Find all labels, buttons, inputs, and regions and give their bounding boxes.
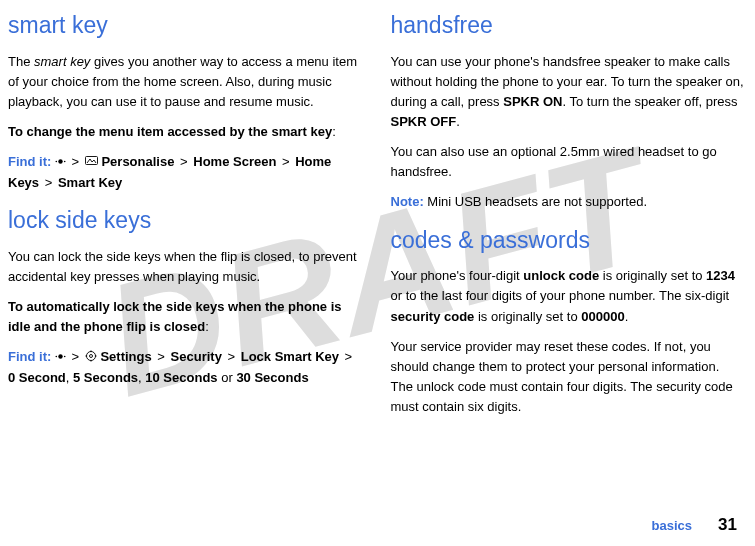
chevron: > bbox=[343, 349, 355, 364]
handsfree-headset: You can also use an optional 2.5mm wired… bbox=[391, 142, 746, 182]
menu-personalise: Personalise bbox=[101, 154, 174, 169]
right-column: handsfree You can use your phone's hands… bbox=[391, 6, 746, 427]
smart-key-intro: The smart key gives you another way to a… bbox=[8, 52, 363, 112]
menu-security: Security bbox=[171, 349, 222, 364]
security-code-default: 000000 bbox=[581, 309, 624, 324]
lock-side-keys-findit: Find it: > Settings > Security > Lock Sm… bbox=[8, 347, 363, 388]
key-spkr-on: SPKR ON bbox=[503, 94, 562, 109]
settings-gear-icon bbox=[85, 348, 97, 368]
page-number: 31 bbox=[718, 515, 737, 534]
svg-point-5 bbox=[55, 355, 57, 357]
unlock-code-label: unlock code bbox=[523, 268, 599, 283]
key-spkr-off: SPKR OFF bbox=[391, 114, 457, 129]
chevron: > bbox=[70, 349, 82, 364]
heading-smart-key: smart key bbox=[8, 8, 363, 44]
chevron: > bbox=[155, 349, 167, 364]
menu-smart-key: Smart Key bbox=[58, 175, 122, 190]
chevron: > bbox=[43, 175, 55, 190]
opt-10-seconds: 10 Seconds bbox=[145, 370, 217, 385]
codes-provider: Your service provider may reset these co… bbox=[391, 337, 746, 418]
text-bold: To automatically lock the side keys when… bbox=[8, 299, 342, 334]
heading-lock-side-keys: lock side keys bbox=[8, 203, 363, 239]
opt-0-second: 0 Second bbox=[8, 370, 66, 385]
chevron: > bbox=[226, 349, 238, 364]
or-text: or bbox=[221, 370, 233, 385]
menu-settings: Settings bbox=[100, 349, 151, 364]
page-footer: basics31 bbox=[652, 512, 737, 538]
svg-point-1 bbox=[55, 160, 57, 162]
handsfree-intro: You can use your phone's handsfree speak… bbox=[391, 52, 746, 133]
svg-point-8 bbox=[89, 354, 92, 357]
text: is originally set to bbox=[599, 268, 706, 283]
unlock-code-default: 1234 bbox=[706, 268, 735, 283]
text-bold: To change the menu item accessed by the … bbox=[8, 124, 332, 139]
left-column: smart key The smart key gives you anothe… bbox=[8, 6, 363, 427]
chevron: > bbox=[280, 154, 292, 169]
heading-codes-passwords: codes & passwords bbox=[391, 223, 746, 259]
nav-key-icon bbox=[55, 348, 66, 368]
svg-point-6 bbox=[64, 355, 66, 357]
handsfree-note: Note: Mini USB headsets are not supporte… bbox=[391, 192, 746, 212]
chevron: > bbox=[178, 154, 190, 169]
note-label: Note: bbox=[391, 194, 424, 209]
chevron: > bbox=[70, 154, 82, 169]
opt-5-seconds: 5 Seconds bbox=[73, 370, 138, 385]
codes-intro: Your phone's four-digit unlock code is o… bbox=[391, 266, 746, 326]
menu-lock-smart-key: Lock Smart Key bbox=[241, 349, 339, 364]
lock-side-keys-intro: You can lock the side keys when the flip… bbox=[8, 247, 363, 287]
text: . To turn the speaker off, press bbox=[562, 94, 737, 109]
text: Your phone's four-digit bbox=[391, 268, 524, 283]
menu-home-screen: Home Screen bbox=[193, 154, 276, 169]
find-it-label: Find it: bbox=[8, 349, 51, 364]
nav-key-icon bbox=[55, 153, 66, 173]
smart-key-change: To change the menu item accessed by the … bbox=[8, 122, 363, 142]
opt-30-seconds: 30 Seconds bbox=[236, 370, 308, 385]
security-code-label: security code bbox=[391, 309, 475, 324]
text: . bbox=[456, 114, 460, 129]
smart-key-em: smart key bbox=[34, 54, 90, 69]
lock-side-keys-auto: To automatically lock the side keys when… bbox=[8, 297, 363, 337]
note-text: Mini USB headsets are not supported. bbox=[424, 194, 647, 209]
svg-point-0 bbox=[58, 159, 62, 163]
heading-handsfree: handsfree bbox=[391, 8, 746, 44]
text: or to the last four digits of your phone… bbox=[391, 288, 730, 303]
svg-point-2 bbox=[64, 160, 66, 162]
svg-point-4 bbox=[58, 354, 62, 358]
text: . bbox=[625, 309, 629, 324]
smart-key-findit: Find it: > Personalise > Home Screen > H… bbox=[8, 152, 363, 193]
find-it-label: Find it: bbox=[8, 154, 51, 169]
svg-point-7 bbox=[86, 351, 95, 360]
text: The bbox=[8, 54, 34, 69]
footer-section-label: basics bbox=[652, 518, 692, 533]
personalise-icon bbox=[85, 153, 98, 173]
two-column-layout: smart key The smart key gives you anothe… bbox=[0, 0, 755, 427]
text: is originally set to bbox=[474, 309, 581, 324]
